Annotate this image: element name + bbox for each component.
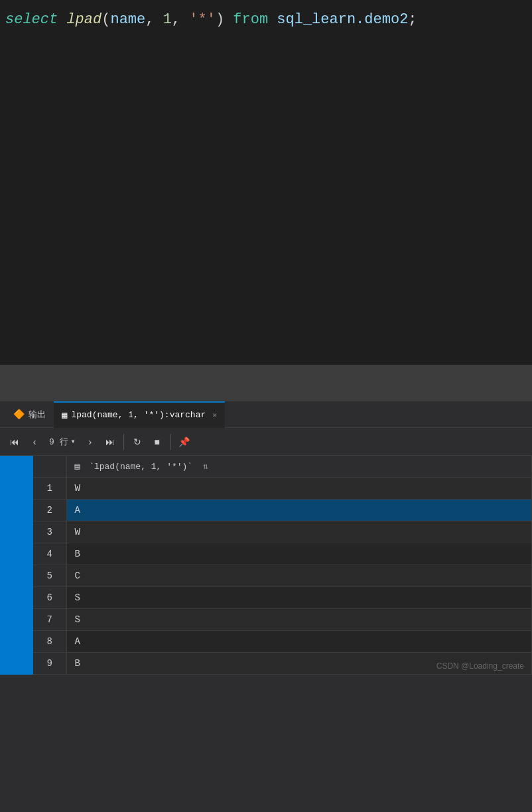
tab-output-label: 输出 [29, 409, 46, 421]
result-content: ▤ `lpad(name, 1, '*')` ⇅ 1W2A3W4B5C6S7S8… [0, 456, 532, 675]
table-row[interactable]: 1W [33, 478, 532, 500]
row-number: 4 [33, 543, 66, 565]
param-num: 1 [163, 8, 172, 31]
row-value: B [66, 543, 532, 565]
refresh-button[interactable]: ↻ [128, 433, 147, 451]
row-value: A [66, 631, 532, 653]
table-row[interactable]: 5C [33, 565, 532, 587]
tabs-bar: 🔶 输出 ▦ lpad(name, 1, '*'):varchar ✕ [0, 401, 532, 428]
result-toolbar: ⏮ ‹ 9 行 ▾ › ⏭ ↻ ■ 📌 [0, 428, 532, 456]
column-name: `lpad(name, 1, '*')` [89, 462, 192, 472]
row-num-header [33, 456, 66, 478]
space3 [268, 8, 277, 31]
resize-bar[interactable] [0, 365, 532, 401]
row-count-label: 9 行 [49, 436, 68, 448]
table-name: sql_learn.demo2 [277, 8, 408, 31]
column-icon: ▤ [75, 462, 80, 472]
prev-page-button[interactable]: ‹ [25, 433, 44, 451]
result-table: ▤ `lpad(name, 1, '*')` ⇅ 1W2A3W4B5C6S7S8… [33, 456, 532, 675]
first-page-button[interactable]: ⏮ [5, 433, 24, 451]
row-number: 3 [33, 521, 66, 543]
param-name: name [110, 8, 145, 31]
sort-icon[interactable]: ⇅ [203, 462, 208, 472]
table-wrapper: ▤ `lpad(name, 1, '*')` ⇅ 1W2A3W4B5C6S7S8… [33, 456, 532, 675]
keyword-select: select [5, 8, 58, 31]
row-value: C [66, 565, 532, 587]
function-name: lpad [66, 8, 101, 31]
row-number: 9 [33, 653, 66, 675]
column-header[interactable]: ▤ `lpad(name, 1, '*')` ⇅ [66, 456, 532, 478]
row-number: 5 [33, 565, 66, 587]
space1 [58, 8, 66, 31]
row-value: W [66, 521, 532, 543]
pin-button[interactable]: 📌 [175, 433, 194, 451]
row-number: 8 [33, 631, 66, 653]
row-number: 1 [33, 478, 66, 500]
table-row[interactable]: 2A [33, 500, 532, 521]
row-value: W [66, 478, 532, 500]
last-page-button[interactable]: ⏭ [101, 433, 119, 451]
table-icon: ▦ [62, 409, 67, 421]
param-str: '*' [189, 8, 216, 31]
comma1: , [145, 8, 163, 31]
left-selection-bar [0, 456, 33, 675]
tab-close-icon[interactable]: ✕ [212, 411, 217, 419]
row-number: 2 [33, 500, 66, 521]
next-page-button[interactable]: › [81, 433, 100, 451]
row-value: S [66, 609, 532, 631]
sql-statement: select lpad(name, 1, '*') from sql_learn… [5, 8, 527, 31]
table-row[interactable]: 3W [33, 521, 532, 543]
bottom-panel: 🔶 输出 ▦ lpad(name, 1, '*'):varchar ✕ ⏮ ‹ … [0, 401, 532, 675]
row-count-display: 9 行 ▾ [45, 436, 80, 448]
table-row[interactable]: 8A [33, 631, 532, 653]
row-count-chevron[interactable]: ▾ [71, 437, 76, 446]
row-value: A [66, 500, 532, 521]
comma2: , [172, 8, 189, 31]
semicolon: ; [408, 8, 417, 31]
stop-button[interactable]: ■ [148, 433, 166, 451]
toolbar-separator-2 [170, 434, 171, 450]
table-row[interactable]: 7S [33, 609, 532, 631]
tab-result-label: lpad(name, 1, '*'):varchar [71, 410, 206, 420]
tab-result[interactable]: ▦ lpad(name, 1, '*'):varchar ✕ [54, 401, 225, 428]
row-value: S [66, 587, 532, 609]
row-number: 7 [33, 609, 66, 631]
table-row[interactable]: 4B [33, 543, 532, 565]
output-icon: 🔶 [13, 409, 25, 420]
table-row[interactable]: 6S [33, 587, 532, 609]
space2 [224, 8, 233, 31]
code-editor[interactable]: select lpad(name, 1, '*') from sql_learn… [0, 0, 532, 365]
tab-output[interactable]: 🔶 输出 [5, 401, 54, 428]
watermark: CSDN @Loading_create [436, 661, 524, 671]
toolbar-separator-1 [123, 434, 124, 450]
keyword-from: from [233, 8, 268, 31]
row-number: 6 [33, 587, 66, 609]
open-paren: ( [101, 8, 110, 31]
close-paren: ) [216, 8, 224, 31]
